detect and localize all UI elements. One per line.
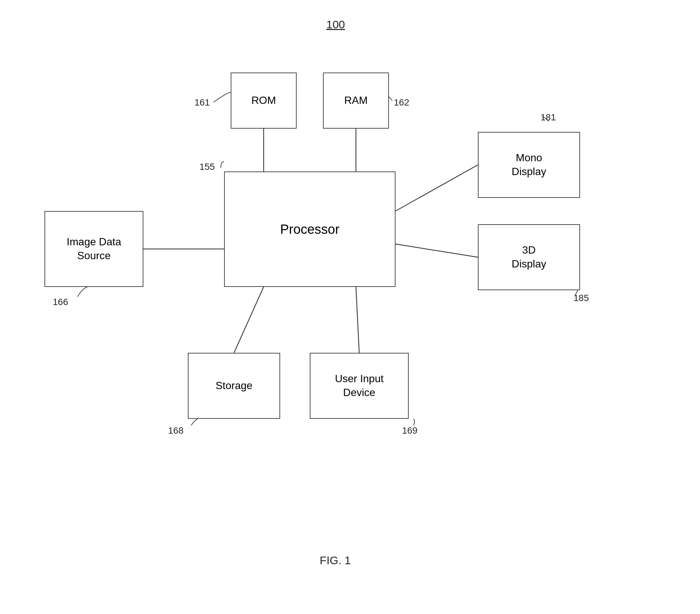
label-169: 169 [402, 426, 417, 436]
processor-box: Processor [224, 171, 396, 287]
label-185: 185 [573, 293, 589, 303]
label-168: 168 [168, 426, 184, 436]
svg-line-4 [396, 244, 478, 257]
fig-caption: FIG. 1 [320, 554, 351, 567]
diagram-title: 100 [326, 18, 345, 31]
svg-line-3 [396, 165, 478, 211]
svg-line-5 [234, 287, 264, 353]
rom-box: ROM [231, 73, 297, 128]
mono-display-box: Mono Display [478, 132, 580, 198]
label-166: 166 [53, 297, 68, 307]
label-155: 155 [199, 162, 215, 172]
3d-display-box: 3D Display [478, 224, 580, 290]
svg-line-6 [356, 287, 359, 353]
user-input-device-box: User Input Device [310, 353, 409, 419]
image-data-source-box: Image Data Source [45, 211, 143, 287]
diagram: 100 ROM RAM Processor Image Data Source … [0, 0, 700, 614]
label-181: 181 [540, 112, 556, 123]
label-161: 161 [195, 97, 210, 108]
storage-box: Storage [188, 353, 280, 419]
label-162: 162 [394, 97, 409, 108]
ram-box: RAM [323, 73, 389, 128]
